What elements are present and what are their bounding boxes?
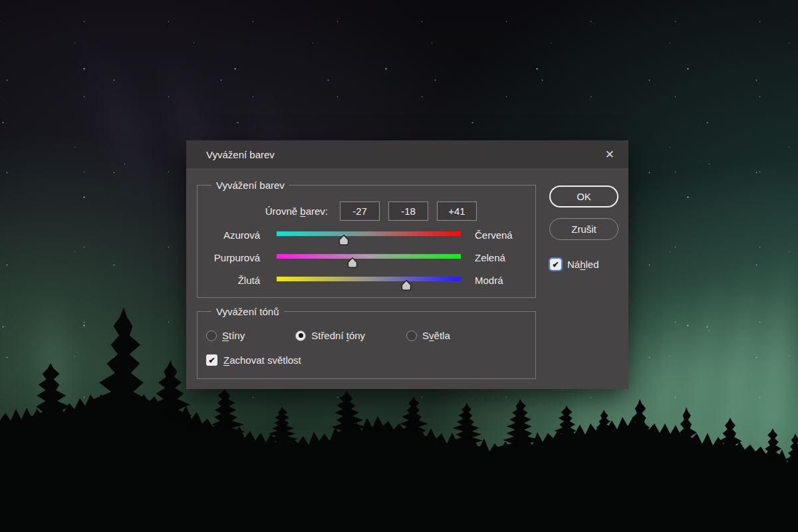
tone-balance-group: Vyvážení tónů StínyStřední tónySvětla ✔ …	[197, 311, 536, 379]
radio-midtones[interactable]: Střední tóny	[295, 330, 365, 341]
cancel-button[interactable]: Zrušit	[549, 218, 618, 240]
levels-label: Úrovně barev:	[198, 205, 328, 217]
tone-radio-group: StínyStřední tónySvětla	[206, 330, 450, 341]
slider-left-label: Purpurová	[198, 249, 260, 267]
checkbox-icon: ✔	[206, 354, 217, 366]
dialog-titlebar[interactable]: Vyvážení barev ✕	[186, 140, 628, 168]
preserve-luminosity-checkbox[interactable]: ✔ Zachovat světlost	[206, 354, 301, 366]
checkbox-icon: ✔	[550, 259, 561, 270]
slider-thumb[interactable]	[346, 257, 359, 268]
close-icon[interactable]: ✕	[605, 149, 614, 160]
radio-label: Střední tóny	[311, 330, 365, 341]
group-legend: Vyvážení tónů	[211, 305, 284, 319]
level-input-cyan-red[interactable]	[340, 201, 380, 221]
group-legend: Vyvážení barev	[211, 179, 289, 192]
slider-thumb[interactable]	[400, 280, 413, 291]
radio-circle	[406, 331, 417, 341]
slider-row-1: PurpurováZelená	[198, 249, 535, 267]
radio-shadows[interactable]: Stíny	[206, 330, 245, 341]
radio-label: Světla	[422, 330, 450, 341]
ok-button[interactable]: OK	[549, 186, 618, 207]
slider-left-label: Azurová	[198, 227, 260, 244]
preview-checkbox[interactable]: ✔ Náhled	[550, 259, 599, 270]
slider-track[interactable]	[277, 231, 461, 236]
color-balance-dialog: Vyvážení barev ✕ Vyvážení barev Úrovně b…	[186, 140, 628, 389]
dialog-title: Vyvážení barev	[206, 149, 275, 160]
color-balance-group: Vyvážení barev Úrovně barev: AzurováČerv…	[197, 185, 536, 298]
dialog-body: Vyvážení barev Úrovně barev: AzurováČerv…	[186, 168, 628, 389]
color-levels-row: Úrovně barev:	[198, 201, 535, 221]
preview-label: Náhled	[567, 259, 599, 270]
radio-highlights[interactable]: Světla	[406, 330, 450, 341]
radio-circle	[206, 331, 217, 341]
slider-track[interactable]	[277, 277, 461, 281]
slider-row-2: ŽlutáModrá	[198, 272, 535, 289]
slider-track[interactable]	[277, 254, 461, 259]
slider-thumb[interactable]	[337, 235, 350, 245]
radio-label: Stíny	[222, 330, 245, 341]
level-input-magenta-green[interactable]	[388, 201, 428, 221]
preserve-luminosity-label: Zachovat světlost	[223, 354, 301, 366]
radio-circle	[295, 331, 306, 341]
slider-left-label: Žlutá	[198, 272, 260, 289]
desktop: Vyvážení barev ✕ Vyvážení barev Úrovně b…	[0, 0, 798, 532]
slider-row-0: AzurováČervená	[198, 227, 535, 244]
slider-right-label: Zelená	[475, 249, 505, 267]
level-input-yellow-blue[interactable]	[437, 201, 477, 221]
slider-right-label: Červená	[475, 227, 513, 244]
slider-right-label: Modrá	[475, 272, 503, 289]
